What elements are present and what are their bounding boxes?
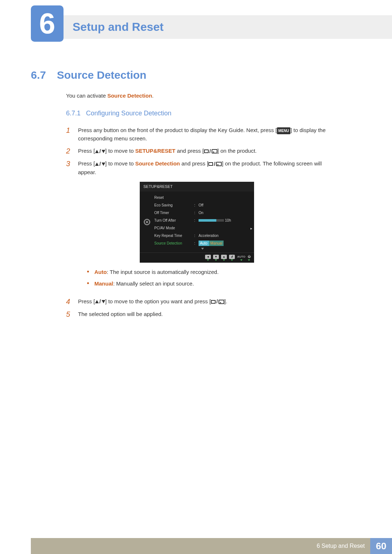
step-num: 1 <box>66 126 73 143</box>
setup-reset-term: SETUP&RESET <box>135 148 175 154</box>
osd-value-offtimer: On <box>199 210 250 216</box>
osd-item-reset: Reset <box>154 195 194 200</box>
intro-term: Source Detection <box>107 93 152 99</box>
step-body: Press [/] to move to the option you want… <box>78 297 338 306</box>
nav-down-icon: ▾ <box>213 255 219 261</box>
step-num: 2 <box>66 147 73 155</box>
osd-item-pcav: PC/AV Mode <box>154 225 194 231</box>
step-1: 1 Press any button on the front of the p… <box>66 126 338 143</box>
step-2: 2 Press [/] to move to SETUP&RESET and p… <box>66 147 338 155</box>
osd-category-icon <box>140 192 154 253</box>
subsection-heading: 6.7.1 Configuring Source Detection <box>66 110 338 117</box>
up-down-icon: / <box>95 160 105 168</box>
intro-pre: You can activate <box>66 93 107 99</box>
up-down-icon: / <box>95 147 105 156</box>
osd-item-turnoff: Turn Off After <box>154 218 194 223</box>
bullet-manual: Manual: Manually select an input source. <box>87 280 338 288</box>
option-bullets: Auto: The input source is automatically … <box>87 268 338 288</box>
intro-post: . <box>152 93 154 99</box>
step-body: Press [/] to move to SETUP&RESET and pre… <box>78 147 338 155</box>
section-number: 6.7 <box>31 69 46 81</box>
chevron-right-icon: ▸ <box>250 226 252 231</box>
chapter-number-badge: 6 <box>31 5 64 42</box>
gear-icon <box>144 219 150 225</box>
osd-item-srcdet: Source Detection <box>154 241 194 246</box>
nav-power-icon: ⏻ <box>248 255 250 261</box>
enter-icon: / <box>204 147 217 156</box>
nav-enter-icon: ↲ <box>229 255 235 261</box>
step-3: 3 Press [/] to move to Source Detection … <box>66 160 338 293</box>
slider-icon <box>199 219 224 222</box>
dropdown-manual: Manual <box>209 241 224 246</box>
nav-auto: AUTO <box>237 255 245 261</box>
subsection-title: Configuring Source Detection <box>86 110 171 117</box>
section-title: Source Detection <box>57 69 147 81</box>
step-num: 4 <box>66 297 73 306</box>
subsection-number: 6.7.1 <box>66 110 81 117</box>
header-bar: Setup and Reset <box>31 15 392 39</box>
osd-nav-bar: ◂ ▾ ▴ ↲ AUTO ⏻ <box>140 253 254 263</box>
osd-value-turnoff: 10h <box>199 218 250 223</box>
step-body: Press [/] to move to Source Detection an… <box>78 160 338 293</box>
osd-item-keyrepeat: Key Repeat Time <box>154 233 194 238</box>
footer: 6 Setup and Reset 60 <box>0 538 392 554</box>
osd-value-keyrepeat: Acceleration <box>199 233 250 238</box>
up-down-icon: / <box>95 297 105 306</box>
chevron-down-icon <box>201 248 204 250</box>
content-area: You can activate Source Detection. 6.7.1… <box>66 93 338 323</box>
section-heading: 6.7 Source Detection <box>31 69 146 81</box>
page-number: 60 <box>370 538 392 554</box>
dropdown-auto: Auto <box>199 241 209 246</box>
footer-text: 6 Setup and Reset <box>317 543 365 549</box>
menu-icon: MENU <box>277 127 290 134</box>
step-4: 4 Press [/] to move to the option you wa… <box>66 297 338 306</box>
nav-up-icon: ▴ <box>221 255 227 261</box>
nav-back-icon: ◂ <box>205 255 211 261</box>
bullet-auto: Auto: The input source is automatically … <box>87 268 338 276</box>
enter-icon: / <box>211 297 224 306</box>
step-body: Press any button on the front of the pro… <box>78 126 338 143</box>
osd-item-offtimer: Off Timer <box>154 210 194 216</box>
enter-icon: / <box>208 160 222 168</box>
step-5: 5 The selected option will be applied. <box>66 310 338 319</box>
footer-bar: 6 Setup and Reset <box>31 538 370 554</box>
osd-title: SETUP&RESET <box>140 182 254 192</box>
intro-text: You can activate Source Detection. <box>66 93 338 99</box>
step-num: 3 <box>66 160 73 293</box>
osd-value-eco: Off <box>199 202 250 208</box>
osd-item-eco: Eco Saving <box>154 202 194 208</box>
step-body: The selected option will be applied. <box>78 310 338 319</box>
osd-value-srcdet: AutoManual <box>199 241 250 246</box>
source-detection-term: Source Detection <box>135 160 180 167</box>
osd-screenshot: SETUP&RESET Reset Eco Saving:Off Off Tim… <box>140 182 338 263</box>
step-list: 1 Press any button on the front of the p… <box>66 126 338 318</box>
step-num: 5 <box>66 310 73 319</box>
chapter-title: Setup and Reset <box>73 20 164 34</box>
